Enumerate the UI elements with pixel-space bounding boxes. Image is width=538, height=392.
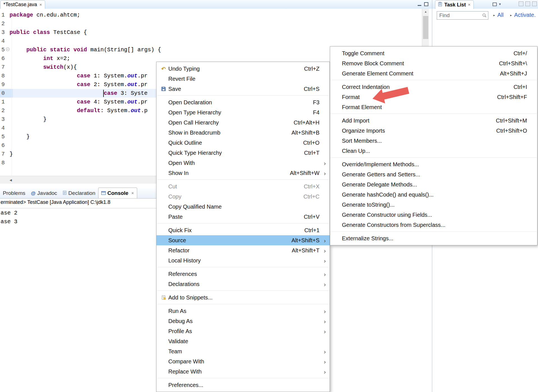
- menu-item-save[interactable]: SaveCtrl+S: [157, 84, 330, 94]
- console-icon: [101, 190, 106, 196]
- menu-item-show-in[interactable]: Show InAlt+Shift+W›: [157, 168, 330, 178]
- menu-item-label: Generate Getters and Setters...: [342, 171, 527, 178]
- editor-tab-testcase[interactable]: *TestCase.java ✕: [0, 0, 45, 9]
- menu-item-override-implement-methods[interactable]: Override/Implement Methods...: [330, 159, 537, 169]
- menu-item-revert-file[interactable]: Revert File: [157, 74, 330, 84]
- restore-icon[interactable]: [424, 2, 428, 6]
- menu-item-profile-as[interactable]: Profile As›: [157, 326, 330, 336]
- close-icon[interactable]: ✕: [131, 191, 134, 195]
- menu-item-generate-delegate-methods[interactable]: Generate Delegate Methods...: [330, 179, 537, 190]
- menu-item-generate-constructors-from-superclass[interactable]: Generate Constructors from Superclass...: [330, 220, 537, 230]
- submenu-arrow-icon: ›: [321, 248, 328, 253]
- menu-item-organize-imports[interactable]: Organize ImportsCtrl+Shift+O: [330, 126, 537, 136]
- menu-item-references[interactable]: References›: [157, 269, 330, 279]
- menu-item-team[interactable]: Team›: [157, 346, 330, 356]
- view-tab-console[interactable]: Console✕: [98, 188, 137, 198]
- close-icon[interactable]: ✕: [39, 3, 42, 7]
- activate-link[interactable]: Activate.: [514, 12, 536, 18]
- menu-item-clean-up[interactable]: Clean Up...: [330, 146, 537, 156]
- line-number: 7: [0, 63, 5, 72]
- menu-item-label: Generate hashCode() and equals()...: [342, 192, 527, 198]
- line-number: 4: [0, 124, 5, 132]
- menu-item-generate-element-comment[interactable]: Generate Element CommentAlt+Shift+J: [330, 68, 537, 79]
- view-tab-label: Declaration: [68, 190, 95, 196]
- menu-item-debug-as[interactable]: Debug As›: [157, 316, 330, 326]
- menu-item-quick-type-hierarchy[interactable]: Quick Type HierarchyCtrl+T: [157, 148, 330, 158]
- menu-item-show-in-breadcrumb[interactable]: Show in BreadcrumbAlt+Shift+B: [157, 128, 330, 138]
- menu-item-quick-outline[interactable]: Quick OutlineCtrl+O: [157, 138, 330, 148]
- menu-item-label: Toggle Comment: [342, 50, 514, 57]
- menu-separator: [331, 80, 537, 80]
- menu-item-replace-with[interactable]: Replace With›: [157, 366, 330, 377]
- menu-item-add-import[interactable]: Add ImportCtrl+Shift+M: [330, 116, 537, 126]
- find-input[interactable]: [437, 11, 488, 20]
- menu-item-quick-fix[interactable]: Quick FixCtrl+1: [157, 225, 330, 235]
- menu-item-generate-tostring[interactable]: Generate toString()...: [330, 200, 537, 210]
- view-tab-problems[interactable]: Problems: [0, 188, 28, 198]
- view-menu-icon[interactable]: ▾: [499, 2, 501, 6]
- menu-item-label: References: [168, 271, 319, 277]
- menu-item-open-with[interactable]: Open With›: [157, 158, 330, 168]
- menu-item-label: Save: [168, 86, 304, 92]
- code-line: }: [10, 132, 30, 141]
- menu-separator: [157, 378, 329, 378]
- menu-item-generate-hashcode-and-equals[interactable]: Generate hashCode() and equals()...: [330, 190, 537, 200]
- menu-item-add-to-snippets[interactable]: Add to Snippets...: [157, 292, 330, 303]
- menu-item-format[interactable]: FormatCtrl+Shift+F: [330, 92, 537, 102]
- scroll-up-icon[interactable]: ▲: [422, 9, 429, 15]
- menu-item-label: Open Declaration: [168, 99, 313, 106]
- menu-item-toggle-comment[interactable]: Toggle CommentCtrl+/: [330, 48, 537, 58]
- menu-item-label: Override/Implement Methods...: [342, 161, 527, 168]
- menu-item-externalize-strings[interactable]: Externalize Strings...: [330, 233, 537, 243]
- menu-item-open-declaration[interactable]: Open DeclarationF3: [157, 97, 330, 107]
- all-link[interactable]: All: [497, 12, 503, 18]
- menu-item-format-element[interactable]: Format Element: [330, 102, 537, 112]
- menu-item-shortcut: Alt+Shift+W: [290, 170, 319, 176]
- menu-item-generate-getters-and-setters[interactable]: Generate Getters and Setters...: [330, 169, 537, 179]
- menu-item-open-type-hierarchy[interactable]: Open Type HierarchyF4: [157, 107, 330, 117]
- menu-item-local-history[interactable]: Local History›: [157, 255, 330, 266]
- vertical-scrollbar-thumb[interactable]: [423, 16, 428, 39]
- view-tab-label: Console: [107, 190, 128, 196]
- search-icon: [482, 13, 487, 19]
- save-icon: [159, 87, 168, 91]
- menu-item-shortcut: Alt+Shift+J: [500, 70, 527, 77]
- menu-item-sort-members[interactable]: Sort Members...: [330, 136, 537, 146]
- code-line: default: System.out.p: [10, 106, 148, 115]
- fold-marker-icon[interactable]: −: [6, 47, 10, 51]
- menu-item-undo-typing[interactable]: ↶Undo TypingCtrl+Z: [157, 64, 330, 74]
- menu-separator: [157, 95, 329, 96]
- task-list-tab[interactable]: Task List ✕: [435, 0, 474, 9]
- view-tab-javadoc[interactable]: @Javadoc: [28, 188, 60, 198]
- toolbar-icon[interactable]: [519, 1, 523, 6]
- menu-item-copy-qualified-name[interactable]: Copy Qualified Name: [157, 202, 330, 212]
- menu-item-shortcut: Ctrl+Shift+O: [496, 128, 527, 134]
- code-line: }: [10, 115, 47, 124]
- submenu-arrow-icon: ›: [321, 359, 328, 365]
- menu-item-source[interactable]: SourceAlt+Shift+S›: [157, 235, 330, 245]
- menu-item-paste[interactable]: PasteCtrl+V: [157, 212, 330, 222]
- minimize-icon[interactable]: [418, 5, 421, 6]
- menu-item-refactor[interactable]: RefactorAlt+Shift+T›: [157, 245, 330, 255]
- menu-item-correct-indentation[interactable]: Correct IndentationCtrl+I: [330, 82, 537, 92]
- submenu-arrow-icon: ›: [321, 308, 328, 314]
- menu-item-compare-with[interactable]: Compare With›: [157, 356, 330, 366]
- menu-item-preferences[interactable]: Preferences...: [157, 380, 330, 390]
- menu-separator: [157, 304, 329, 304]
- menu-item-declarations[interactable]: Declarations›: [157, 279, 330, 289]
- menu-item-generate-constructor-using-fields[interactable]: Generate Constructor using Fields...: [330, 210, 537, 220]
- menu-item-validate[interactable]: Validate: [157, 336, 330, 346]
- toolbar-icon[interactable]: [532, 1, 537, 6]
- scroll-left-icon[interactable]: ◀: [10, 176, 12, 184]
- menu-item-label: Team: [168, 348, 319, 355]
- menu-item-run-as[interactable]: Run As›: [157, 306, 330, 316]
- menu-item-remove-block-comment[interactable]: Remove Block CommentCtrl+Shift+\: [330, 58, 537, 68]
- view-tab-declaration[interactable]: Declaration: [60, 188, 98, 198]
- close-icon[interactable]: ✕: [468, 3, 471, 7]
- toolbar-icon[interactable]: [525, 1, 530, 6]
- menu-item-open-call-hierarchy[interactable]: Open Call HierarchyCtrl+Alt+H: [157, 117, 330, 128]
- menu-item-shortcut: Ctrl+Shift+F: [497, 94, 527, 100]
- chevron-right-icon: ▸: [510, 13, 512, 17]
- declaration-icon: [63, 190, 67, 196]
- restore-view-icon[interactable]: [493, 3, 497, 6]
